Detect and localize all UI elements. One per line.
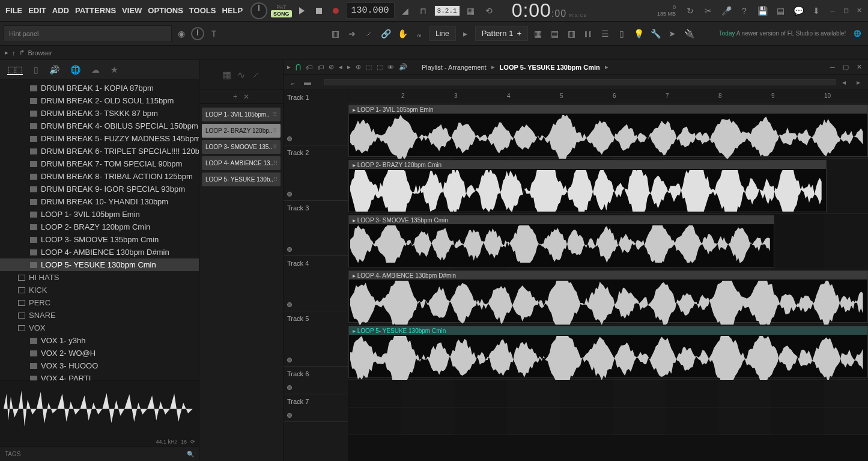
track-row[interactable]: ▸ LOOP 4- AMBIENCE 130bpm D#min <box>348 269 868 325</box>
browser-file[interactable]: VOX 2- WO@H <box>0 347 199 359</box>
view-browser-icon[interactable]: ☰ <box>598 26 612 41</box>
pattern-wave-icon[interactable]: ∿ <box>237 69 245 81</box>
cut-icon[interactable]: ✂ <box>701 4 715 18</box>
bulb-icon[interactable]: 💡 <box>631 26 646 41</box>
zoom-select-icon[interactable]: ⬚ <box>366 63 372 71</box>
piano-icon[interactable]: ▥ <box>328 26 342 41</box>
view-mixer-icon[interactable]: ⫿⫿ <box>581 26 595 41</box>
track-mute-button[interactable] <box>287 302 292 307</box>
forward-icon[interactable]: ↱ <box>19 49 25 56</box>
ruler-icon[interactable]: ▬ <box>302 76 314 88</box>
browser-folder[interactable]: SNARE <box>0 309 199 322</box>
browser-file[interactable]: VOX 4- PARTI <box>0 372 199 380</box>
browser-file[interactable]: DRUM BREAK 5- FUZZY MADNESS 145bpm <box>0 132 199 145</box>
browser-file[interactable]: DRUM BREAK 9- IGOR SPECIAL 93bpm <box>0 183 199 195</box>
browser-tab-star-icon[interactable]: ★ <box>111 65 118 75</box>
track-row[interactable] <box>348 408 868 435</box>
browser-folder[interactable]: HI HATS <box>0 271 199 284</box>
menu-view[interactable]: VIEW <box>120 5 144 16</box>
undo-icon[interactable]: ↻ <box>683 4 697 18</box>
track-row[interactable]: ▸ LOOP 3- SMOOVE 135bpm Cmin <box>348 214 868 269</box>
type-tool-icon[interactable]: T <box>207 26 221 41</box>
browser-file[interactable]: LOOP 1- 3VIL 105bpm Emin <box>0 208 199 221</box>
main-volume-knob[interactable] <box>250 2 267 19</box>
audio-clip[interactable]: ▸ LOOP 2- BRAZY 120bpm Cmin <box>348 160 827 212</box>
playlist-breadcrumb[interactable]: Playlist - Arrangement <box>422 64 487 71</box>
search-icon[interactable]: 🔍 <box>187 451 194 457</box>
menu-options[interactable]: OPTIONS <box>146 5 185 16</box>
close-button[interactable]: ✕ <box>854 7 864 15</box>
collapse-icon[interactable]: ▸ <box>5 49 8 56</box>
arrow-right-icon[interactable]: ➜ <box>345 26 359 41</box>
browser-tab-audio-icon[interactable]: 🔊 <box>49 65 59 75</box>
playlist-menu-icon[interactable]: ▸ <box>287 63 291 71</box>
pattern-add-icon[interactable]: + <box>517 29 521 38</box>
plugin-icon[interactable]: 🔌 <box>682 26 696 41</box>
minimize-button[interactable]: ─ <box>827 7 838 15</box>
pattern-item[interactable]: LOOP 1- 3VIL 105bpm..⠿ <box>202 108 281 121</box>
zoom-fit-icon[interactable]: ⬚ <box>377 63 383 71</box>
view-playlist-icon[interactable]: ▦ <box>530 26 545 41</box>
track-header[interactable]: Track 3 <box>284 201 348 256</box>
track-header[interactable]: Track 5 <box>284 311 348 367</box>
play-button[interactable] <box>296 4 309 17</box>
timeline-area[interactable]: 2345678910 ▸ LOOP 1- 3VIL 105bpm Emin▸ L… <box>348 90 868 461</box>
audio-clip[interactable]: ▸ LOOP 3- SMOOVE 135bpm Cmin <box>348 215 774 267</box>
track-row[interactable]: ▸ LOOP 1- 3VIL 105bpm Emin <box>348 103 868 159</box>
track-row[interactable]: ▸ LOOP 2- BRAZY 120bpm Cmin <box>348 159 868 214</box>
scroll-left-icon[interactable]: ◂ <box>838 76 850 88</box>
browser-folder[interactable]: PERC <box>0 296 199 309</box>
time-display[interactable]: 0:00 :00 M:S:CS <box>512 0 587 22</box>
tag2-icon[interactable]: 🏷 <box>317 64 324 71</box>
track-header[interactable]: Track 7 <box>284 394 348 422</box>
eye-icon[interactable]: 👁 <box>387 64 394 71</box>
browser-tab-files-icon[interactable]: ▯ <box>34 65 38 75</box>
pitch-knob[interactable] <box>191 27 204 40</box>
browser-file[interactable]: LOOP 3- SMOOVE 135bpm Cmin <box>0 233 199 246</box>
browser-tab-all[interactable]: ⬚⬚ <box>7 64 23 75</box>
export-icon[interactable]: 💬 <box>791 4 806 18</box>
magnet-snap-icon[interactable]: ⩋ <box>287 76 299 88</box>
chain-icon[interactable]: 🔗 <box>378 26 393 41</box>
timeline-ruler[interactable]: 2345678910 <box>348 90 868 103</box>
track-row[interactable]: ▸ LOOP 5- YESUKE 130bpm Cmin <box>348 325 868 380</box>
playlist-sync-icon[interactable]: ⋂ <box>296 63 301 71</box>
playlist-current-clip[interactable]: LOOP 5- YESUKE 130bpm Cmin <box>500 64 600 71</box>
pattern-close-icon[interactable]: ✕ <box>243 93 249 101</box>
render-icon[interactable]: ▤ <box>773 4 788 18</box>
browser-file[interactable]: DRUM BREAK 3- TSKKK 87 bpm <box>0 107 199 120</box>
menu-file[interactable]: FILE <box>4 5 24 16</box>
browser-file[interactable]: VOX 1- y3hh <box>0 334 199 347</box>
browser-file[interactable]: VOX 3- HUOOO <box>0 359 199 372</box>
record-button[interactable] <box>329 4 342 17</box>
preview-pane[interactable]: 44.1 kHz 16 ⟳ <box>0 380 199 447</box>
pat-song-switch[interactable]: PAT SONG <box>271 4 292 17</box>
track-header[interactable]: Track 2 <box>284 145 348 201</box>
browser-folder[interactable]: KICK <box>0 284 199 296</box>
pattern-item[interactable]: LOOP 5- YESUKE 130b..⠿ <box>202 172 281 186</box>
view-piano-roll-icon[interactable]: ▤ <box>547 26 562 41</box>
preview-loop-icon[interactable]: ⟳ <box>190 439 195 445</box>
audio-clip[interactable]: ▸ LOOP 5- YESUKE 130bpm Cmin <box>348 326 868 378</box>
metronome-icon[interactable]: ◢ <box>398 4 413 18</box>
back-icon[interactable]: ↑ <box>12 49 16 56</box>
link-icon[interactable]: ⟋ <box>362 26 376 41</box>
browser-folder[interactable]: VOX <box>0 322 199 334</box>
news-panel[interactable]: Today A newer version of FL Studio is av… <box>715 29 864 38</box>
menu-patterns[interactable]: PATTERNS <box>73 5 118 16</box>
back-arrow-icon[interactable]: ◂ <box>339 63 342 71</box>
browser-file[interactable]: LOOP 4- AMBIENCE 130bpm D#min <box>0 246 199 258</box>
browser-list[interactable]: DRUM BREAK 1- KOPIA 87bpmDRUM BREAK 2- O… <box>0 79 199 380</box>
playlist-overview-scrollbar[interactable] <box>324 79 836 85</box>
hand-icon[interactable]: ✋ <box>395 26 410 41</box>
pattern-add-icon[interactable]: + <box>233 93 237 101</box>
view-channel-rack-icon[interactable]: ▥ <box>564 26 578 41</box>
magnet-icon[interactable]: ⩋ <box>412 26 426 41</box>
track-mute-button[interactable] <box>287 192 292 197</box>
menu-add[interactable]: ADD <box>50 5 71 16</box>
browser-file[interactable]: LOOP 5- YESUKE 130bpm Cmin <box>0 258 199 271</box>
menu-tools[interactable]: TOOLS <box>187 5 218 16</box>
browser-file[interactable]: DRUM BREAK 8- TRIBAL ACTION 125bpm <box>0 170 199 183</box>
track-mute-button[interactable] <box>287 136 292 141</box>
scroll-right-icon[interactable]: ▸ <box>852 76 864 88</box>
